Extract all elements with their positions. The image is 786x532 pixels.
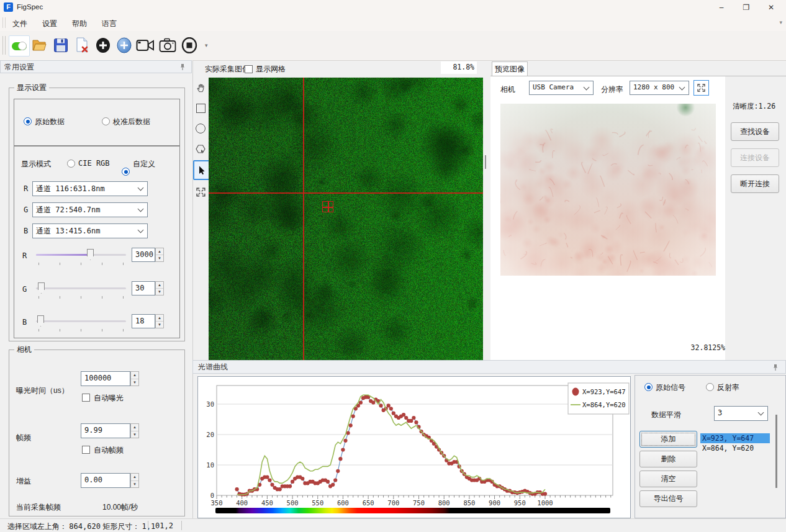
export-signal-button[interactable]: 导出信号 — [639, 490, 697, 507]
r-slider-ticks — [38, 263, 125, 265]
snapshot-icon[interactable] — [158, 35, 178, 55]
resolution-label: 分辨率 — [601, 84, 623, 95]
b-channel-combo[interactable]: 通道 13:415.6nm — [32, 223, 148, 238]
b-value-spinner[interactable]: ▲▼ — [155, 314, 164, 328]
clarity-value: 清晰度:1.26 — [733, 102, 775, 111]
save-icon[interactable] — [51, 35, 71, 55]
connect-device-button[interactable]: 连接设备 — [731, 148, 779, 167]
add-point-button[interactable]: 添加 — [639, 431, 697, 448]
r-value-field[interactable]: 3000 — [132, 248, 155, 262]
preview-tab[interactable]: 预览图像 — [492, 61, 528, 77]
cursor-tool-button[interactable] — [193, 160, 210, 180]
points-list-scrollbar[interactable] — [775, 415, 777, 488]
spectrum-panel-title: 光谱曲线 — [198, 363, 228, 371]
display-mode-box — [14, 146, 180, 338]
list-item[interactable]: X=923, Y=647 — [700, 433, 770, 443]
settings-panel-title: 常用设置 — [4, 63, 34, 71]
maximize-button[interactable]: ❐ — [734, 0, 759, 15]
r-channel-combo[interactable]: 通道 116:631.8nm — [32, 181, 148, 196]
minimize-button[interactable]: – — [709, 0, 734, 15]
framerate-label: 帧频 — [16, 433, 31, 443]
preview-fullscreen-button[interactable] — [693, 80, 709, 96]
menu-file[interactable]: 文件 — [9, 17, 31, 30]
raw-signal-radio[interactable] — [644, 383, 653, 391]
captured-image-canvas[interactable] — [209, 78, 483, 360]
preview-camera-label: 相机 — [500, 84, 515, 95]
chevron-down-icon — [138, 185, 144, 191]
add-icon[interactable] — [93, 35, 113, 55]
svg-text:X=923,Y=647: X=923,Y=647 — [582, 388, 626, 395]
custom-mode-radio[interactable] — [122, 168, 130, 176]
close-button[interactable]: ✕ — [759, 0, 784, 15]
camera-select-combo[interactable]: USB Camera — [529, 81, 594, 95]
disconnect-device-button[interactable]: 断开连接 — [731, 174, 779, 193]
selection-label: 选择区域左上角： — [7, 522, 67, 531]
record-video-icon[interactable] — [135, 35, 155, 55]
calibrated-data-radio[interactable] — [102, 117, 110, 125]
captured-image-title: 实际采集图像 — [205, 64, 250, 74]
splitter-handle[interactable] — [485, 155, 486, 169]
svg-text:550: 550 — [312, 499, 323, 507]
exposure-field[interactable]: 100000 — [81, 371, 130, 386]
svg-text:X=864,Y=620: X=864,Y=620 — [582, 401, 626, 408]
toolbar-overflow-icon[interactable]: ▾ — [205, 42, 208, 48]
r-value-spinner[interactable]: ▲▼ — [155, 248, 164, 262]
menu-language[interactable]: 语言 — [98, 17, 120, 30]
clear-document-icon[interactable] — [72, 35, 92, 55]
g-channel-combo[interactable]: 通道 72:540.7nm — [32, 202, 148, 217]
clear-points-button[interactable]: 清空 — [639, 471, 697, 487]
framerate-field[interactable]: 9.99 — [81, 423, 130, 438]
resolution-value: 1280 x 800 — [633, 83, 674, 91]
reflectance-radio[interactable] — [706, 383, 714, 391]
add-target-icon[interactable] — [114, 35, 134, 55]
raw-data-radio[interactable] — [24, 117, 32, 125]
g-slider-track[interactable] — [36, 287, 126, 289]
b-value-field[interactable]: 18 — [132, 314, 155, 328]
rect-select-tool-button[interactable] — [193, 100, 208, 116]
list-item[interactable]: X=864, Y=620 — [700, 443, 770, 453]
polygon-select-tool-button[interactable] — [193, 141, 208, 157]
chevron-down-icon — [758, 410, 764, 416]
reflectance-label: 反射率 — [717, 382, 739, 393]
menu-settings[interactable]: 设置 — [38, 17, 61, 30]
b-slider-letter: B — [22, 318, 27, 327]
auto-framerate-checkbox[interactable] — [82, 446, 90, 454]
stop-record-icon[interactable] — [179, 35, 199, 55]
open-file-icon[interactable] — [30, 35, 50, 55]
cie-rgb-radio[interactable] — [67, 160, 75, 168]
status-separator — [181, 521, 182, 530]
framerate-spinner[interactable]: ▲▼ — [130, 423, 139, 438]
r-slider-track[interactable] — [36, 254, 126, 256]
svg-text:500: 500 — [287, 499, 299, 507]
pan-tool-button[interactable] — [193, 79, 208, 96]
menu-help[interactable]: 帮助 — [68, 17, 91, 30]
g-value-spinner[interactable]: ▲▼ — [155, 281, 164, 295]
gain-spinner[interactable]: ▲▼ — [130, 473, 139, 488]
pin-icon[interactable] — [772, 364, 779, 371]
svg-text:600: 600 — [337, 499, 349, 507]
exposure-spinner[interactable]: ▲▼ — [130, 371, 139, 386]
smoothing-label: 数据平滑 — [651, 410, 681, 420]
resolution-combo[interactable]: 1280 x 800 — [630, 81, 689, 95]
g-slider-ticks — [38, 296, 125, 299]
svg-text:950: 950 — [514, 499, 526, 507]
ellipse-select-tool-button[interactable] — [193, 120, 208, 137]
fit-view-tool-button[interactable] — [193, 184, 208, 200]
r-slider-letter: R — [22, 251, 27, 260]
find-device-button[interactable]: 查找设备 — [731, 122, 779, 141]
delete-point-button[interactable]: 删除 — [639, 451, 697, 467]
b-slider-track[interactable] — [36, 320, 126, 322]
captured-image-view[interactable] — [209, 78, 483, 360]
show-grid-checkbox[interactable] — [245, 65, 253, 73]
r-channel-letter: R — [24, 184, 28, 193]
capture-toggle-icon[interactable] — [9, 35, 30, 56]
toolbar-grip[interactable] — [2, 36, 6, 55]
g-value-field[interactable]: 30 — [132, 281, 155, 295]
auto-exposure-checkbox[interactable] — [82, 394, 90, 402]
gain-field[interactable]: 0.00 — [81, 473, 130, 488]
menu-overflow-icon[interactable]: ▾ — [779, 19, 782, 25]
pin-icon[interactable] — [179, 63, 186, 71]
svg-text:900: 900 — [489, 499, 500, 507]
smoothing-combo[interactable]: 3 — [714, 406, 768, 421]
camera-group-legend: 相机 — [14, 345, 34, 355]
